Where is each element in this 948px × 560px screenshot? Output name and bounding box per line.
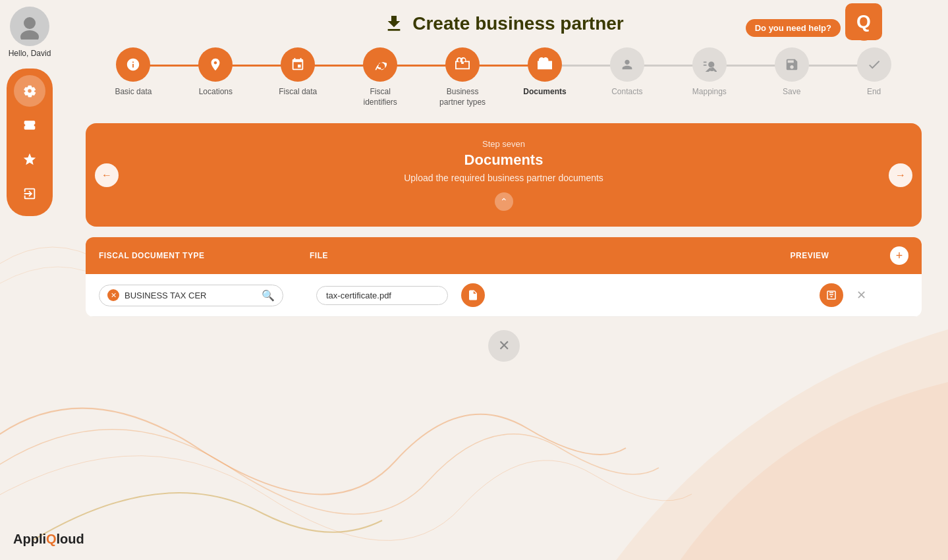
step-circle-4 bbox=[363, 47, 397, 82]
col-header-preview: PREVIEW bbox=[744, 251, 876, 260]
sidebar: Hello, David bbox=[0, 0, 59, 560]
cancel-button[interactable]: ✕ bbox=[488, 330, 520, 362]
user-avatar[interactable] bbox=[10, 7, 49, 46]
app-logo[interactable]: Q bbox=[845, 3, 882, 40]
step-number: Step seven bbox=[112, 139, 895, 149]
page-title: Create business partner bbox=[383, 13, 624, 34]
fiscal-type-value: BUSINESS TAX CER bbox=[125, 291, 256, 300]
step-contacts[interactable]: Contacts bbox=[586, 47, 668, 98]
page-title-text: Create business partner bbox=[412, 13, 624, 34]
step-circle-1 bbox=[116, 47, 150, 82]
fiscal-type-input[interactable]: ✕ BUSINESS TAX CER 🔍 bbox=[99, 285, 283, 306]
stepper: Basic data Locations Fiscal data Fiscal … bbox=[86, 47, 922, 107]
step-label-9: Save bbox=[783, 87, 800, 98]
svg-point-0 bbox=[24, 17, 36, 29]
step-panel-content: Step seven Documents Upload the required… bbox=[112, 139, 895, 211]
step-basic-data[interactable]: Basic data bbox=[92, 47, 175, 98]
file-name-display: tax-certificate.pdf bbox=[316, 286, 448, 305]
step-label-8: Mappings bbox=[692, 87, 727, 98]
table-row: ✕ BUSINESS TAX CER 🔍 tax-certificate.pdf bbox=[86, 274, 922, 317]
footer-q: Q bbox=[46, 532, 57, 546]
step-label-10: End bbox=[867, 87, 881, 98]
step-label-4: Fiscal identifiers bbox=[354, 87, 406, 107]
step-title: Documents bbox=[112, 152, 895, 169]
step-label-1: Basic data bbox=[115, 87, 152, 98]
step-circle-10 bbox=[857, 47, 891, 82]
download-icon bbox=[383, 13, 404, 34]
step-end[interactable]: End bbox=[833, 47, 915, 98]
step-locations[interactable]: Locations bbox=[175, 47, 257, 98]
sidebar-nav bbox=[7, 69, 53, 216]
sidebar-item-logout[interactable] bbox=[14, 178, 45, 210]
cancel-row: ✕ bbox=[86, 330, 922, 362]
file-cell: tax-certificate.pdf bbox=[310, 283, 777, 307]
step-panel: ← Step seven Documents Upload the requir… bbox=[86, 123, 922, 227]
next-step-button[interactable]: → bbox=[889, 163, 912, 187]
step-documents[interactable]: Documents bbox=[504, 47, 586, 98]
step-label-6: Documents bbox=[523, 87, 566, 98]
documents-table: FISCAL DOCUMENT TYPE FILE PREVIEW + ✕ BU… bbox=[86, 237, 922, 317]
step-save[interactable]: Save bbox=[750, 47, 833, 98]
step-label-7: Contacts bbox=[611, 87, 642, 98]
clear-fiscal-type-button[interactable]: ✕ bbox=[107, 289, 119, 301]
user-greeting: Hello, David bbox=[9, 49, 51, 58]
step-label-2: Locations bbox=[199, 87, 233, 98]
col-header-file: FILE bbox=[310, 251, 744, 260]
step-label-5: Business partner types bbox=[436, 87, 489, 107]
file-name-text: tax-certificate.pdf bbox=[326, 291, 391, 300]
step-circle-2 bbox=[198, 47, 233, 82]
step-circle-7 bbox=[610, 47, 644, 82]
main-content: Create business partner Do you need help… bbox=[59, 0, 948, 560]
step-circle-6 bbox=[528, 47, 562, 82]
step-mappings[interactable]: Mappings bbox=[668, 47, 750, 98]
step-business-partner-types[interactable]: Business partner types bbox=[422, 47, 504, 107]
docs-table-header: FISCAL DOCUMENT TYPE FILE PREVIEW + bbox=[86, 237, 922, 274]
delete-document-button[interactable]: ✕ bbox=[856, 288, 866, 302]
step-circle-5 bbox=[445, 47, 480, 82]
col-header-actions: + bbox=[876, 246, 908, 265]
svg-point-1 bbox=[20, 30, 39, 40]
search-fiscal-type-button[interactable]: 🔍 bbox=[262, 289, 275, 302]
fiscal-type-cell: ✕ BUSINESS TAX CER 🔍 bbox=[99, 285, 310, 306]
collapse-icon[interactable]: ⌃ bbox=[495, 192, 513, 211]
sidebar-item-favorites[interactable] bbox=[14, 144, 45, 175]
sidebar-item-tickets[interactable] bbox=[14, 109, 45, 141]
page-header: Create business partner Do you need help… bbox=[86, 13, 922, 34]
collapse-section: ⌃ bbox=[112, 192, 895, 211]
step-subtitle: Upload the required business partner doc… bbox=[112, 173, 895, 183]
step-circle-8 bbox=[692, 47, 727, 82]
file-upload-button[interactable] bbox=[461, 283, 485, 307]
footer-brand: AppliQloud bbox=[13, 532, 84, 547]
preview-cell: ✕ bbox=[777, 283, 908, 307]
step-fiscal-data[interactable]: Fiscal data bbox=[257, 47, 339, 98]
sidebar-item-settings[interactable] bbox=[14, 75, 45, 107]
step-circle-3 bbox=[281, 47, 315, 82]
step-fiscal-identifiers[interactable]: Fiscal identifiers bbox=[339, 47, 422, 107]
add-document-button[interactable]: + bbox=[890, 246, 908, 265]
help-bubble[interactable]: Do you need help? bbox=[746, 19, 841, 37]
help-widget: Do you need help? Q bbox=[746, 10, 882, 46]
step-circle-9 bbox=[775, 47, 809, 82]
col-header-fiscal-type: FISCAL DOCUMENT TYPE bbox=[99, 251, 310, 260]
step-label-3: Fiscal data bbox=[279, 87, 317, 98]
preview-document-button[interactable] bbox=[820, 283, 843, 307]
